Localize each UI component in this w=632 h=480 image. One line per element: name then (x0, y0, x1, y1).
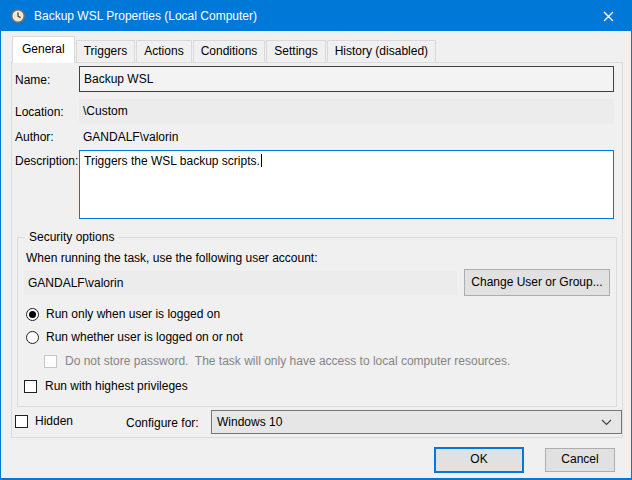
tab-settings[interactable]: Settings (266, 40, 325, 62)
cancel-button[interactable]: Cancel (545, 448, 615, 472)
tab-triggers-label: Triggers (84, 44, 128, 58)
tab-conditions-label: Conditions (201, 44, 258, 58)
window-title: Backup WSL Properties (Local Computer) (34, 1, 257, 31)
tab-strip: General Triggers Actions Conditions Sett… (12, 36, 437, 62)
tab-triggers[interactable]: Triggers (76, 40, 136, 62)
close-icon (603, 11, 614, 22)
tab-settings-label: Settings (274, 44, 317, 58)
tab-history-label: History (disabled) (335, 44, 428, 58)
close-button[interactable] (586, 1, 631, 31)
title-bar: Backup WSL Properties (Local Computer) (1, 1, 631, 31)
dialog-window: Backup WSL Properties (Local Computer) G… (0, 0, 632, 480)
ok-button[interactable]: OK (434, 447, 524, 473)
tab-general[interactable]: General (12, 36, 75, 63)
tab-actions[interactable]: Actions (136, 40, 191, 62)
tab-page-general (11, 62, 623, 438)
ok-button-label: OK (470, 452, 487, 466)
tab-general-label: General (22, 42, 65, 56)
tab-history[interactable]: History (disabled) (327, 40, 436, 62)
task-scheduler-clock-icon (10, 8, 26, 24)
tab-actions-label: Actions (144, 44, 183, 58)
tab-conditions[interactable]: Conditions (193, 40, 266, 62)
cancel-button-label: Cancel (561, 452, 598, 466)
